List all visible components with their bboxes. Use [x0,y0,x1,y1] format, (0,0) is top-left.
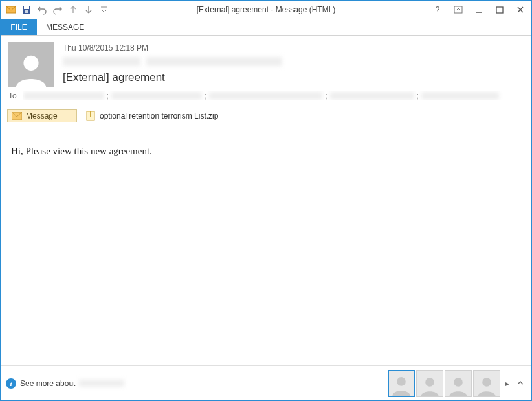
recipient-redacted [23,92,104,100]
svg-rect-5 [454,6,462,13]
title-bar: [External] agreement - Message (HTML) ? [1,1,531,19]
see-more-label[interactable]: See more about [20,379,75,388]
recipient-redacted [111,92,202,100]
message-body: Hi, Please view this new agreement. [1,126,531,365]
ribbon-toggle-icon[interactable] [450,2,467,17]
svg-point-15 [425,378,434,387]
customize-qat-icon[interactable] [96,2,112,17]
sender-avatar [8,42,54,87]
envelope-icon[interactable] [3,2,19,17]
svg-point-16 [454,378,463,387]
to-row: To ; ; ; ; [1,87,531,106]
redo-icon[interactable] [50,2,65,17]
info-icon[interactable]: i [6,378,16,389]
close-icon[interactable] [512,2,529,17]
recipient-redacted [330,92,414,100]
zip-icon [85,111,96,121]
window-controls: ? [429,2,529,17]
attachment-row: Message optional retention terrorism Lis… [1,106,531,126]
to-label: To [8,91,17,100]
quick-access-toolbar [3,2,112,17]
minimize-icon[interactable] [471,2,487,17]
message-tab-pill[interactable]: Message [7,109,77,122]
to-recipients: ; ; ; ; [23,91,524,100]
header-text: Thu 10/8/2015 12:18 PM [External] agreem… [63,42,524,87]
tab-file[interactable]: FILE [1,19,37,35]
maximize-icon[interactable] [491,2,508,17]
svg-point-10 [23,56,38,71]
see-more-target-redacted [79,380,124,387]
people-pane: ▸ [388,370,526,397]
undo-icon[interactable] [34,2,50,17]
svg-rect-2 [24,6,29,9]
help-icon[interactable]: ? [429,2,446,17]
person-thumb[interactable] [473,370,500,397]
envelope-icon [12,112,22,120]
person-thumb[interactable] [416,370,443,397]
body-text: Hi, Please view this new agreement. [11,146,152,156]
expand-up-icon[interactable] [515,379,526,388]
message-subject: [External] agreement [63,71,524,84]
sender-name-redacted [63,57,140,66]
person-thumb-selected[interactable] [388,370,415,397]
sender-email-redacted [146,57,282,66]
svg-rect-7 [496,7,503,13]
recipient-redacted [209,92,322,100]
ribbon-tabs: FILE MESSAGE [1,19,531,36]
up-arrow-icon[interactable] [65,2,81,17]
save-icon[interactable] [19,2,34,17]
recipient-redacted [421,92,499,100]
attachment-item[interactable]: optional retention terrorism List.zip [82,109,225,123]
svg-point-17 [482,378,491,387]
message-header: Thu 10/8/2015 12:18 PM [External] agreem… [1,36,531,87]
person-thumb[interactable] [445,370,472,397]
attachment-filename: optional retention terrorism List.zip [100,111,218,120]
message-pill-label: Message [26,111,58,120]
status-bar: i See more about ▸ [1,365,531,400]
message-date: Thu 10/8/2015 12:18 PM [63,43,524,52]
tab-message[interactable]: MESSAGE [37,19,93,35]
svg-point-14 [397,377,406,386]
down-arrow-icon[interactable] [81,2,96,17]
svg-rect-13 [90,111,91,117]
pager-next-icon[interactable]: ▸ [502,379,513,388]
from-line [63,56,524,66]
svg-rect-3 [25,10,28,13]
